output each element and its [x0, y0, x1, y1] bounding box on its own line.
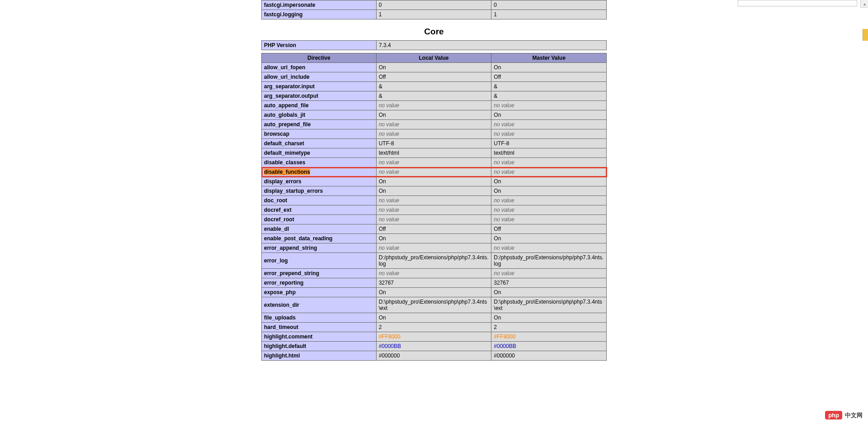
local-value: On	[376, 186, 491, 196]
table-row: fastcgi.impersonate00	[262, 0, 607, 10]
value-text: no value	[494, 159, 514, 166]
master-value: On	[491, 63, 607, 72]
table-row: highlight.html#000000#000000	[262, 351, 607, 361]
table-row: error_append_stringno valueno value	[262, 243, 607, 253]
directive-name: arg_separator.output	[262, 91, 377, 101]
directive-name: auto_append_file	[262, 101, 377, 110]
value-text: Off	[494, 226, 501, 232]
master-value: On	[491, 288, 607, 297]
value-text: UTF-8	[379, 140, 394, 147]
value-text: On	[494, 235, 501, 242]
directive-name: doc_root	[262, 196, 377, 205]
table-row: browscapno valueno value	[262, 129, 607, 139]
master-value: no value	[491, 129, 607, 139]
local-value: 32767	[376, 278, 491, 288]
local-value: no value	[376, 101, 491, 110]
value-text: no value	[379, 216, 399, 223]
master-value: On	[491, 177, 607, 186]
value-text: no value	[494, 197, 514, 204]
table-row: arg_separator.output&&	[262, 91, 607, 101]
value-text: #FF8000	[494, 333, 515, 340]
master-value: 0	[491, 0, 607, 10]
value-text: On	[379, 112, 386, 118]
local-value: D:\phpstudy_pro\Extensions\php\php7.3.4n…	[376, 297, 491, 313]
table-row: doc_rootno valueno value	[262, 196, 607, 205]
table-row: enable_post_data_readingOnOn	[262, 234, 607, 243]
local-value: On	[376, 110, 491, 120]
value-text: D:/phpstudy_pro/Extensions/php/php7.3.4n…	[379, 254, 489, 267]
value-text: no value	[494, 270, 514, 276]
master-value: On	[491, 110, 607, 120]
value-text: On	[494, 112, 501, 118]
directive-name: docref_root	[262, 215, 377, 224]
table-row: default_mimetypetext/htmltext/html	[262, 148, 607, 158]
value-text: Off	[494, 74, 501, 80]
value-text: #0000BB	[379, 343, 401, 349]
local-value: &	[376, 91, 491, 101]
highlighted-text: disable_functions	[264, 169, 310, 175]
php-version-value: 7.3.4	[377, 41, 607, 50]
master-value: no value	[491, 243, 607, 253]
sidebar-handle[interactable]	[863, 29, 868, 41]
scrollbar-up-button[interactable]: ▴	[860, 0, 868, 8]
value-text: no value	[494, 245, 514, 251]
local-value: Off	[376, 224, 491, 234]
table-row: allow_url_fopenOnOn	[262, 63, 607, 72]
local-value: Off	[376, 72, 491, 82]
value-text: On	[494, 289, 501, 295]
master-value: On	[491, 313, 607, 323]
value-text: On	[379, 178, 386, 185]
directive-name: highlight.default	[262, 342, 377, 351]
local-value: #000000	[376, 351, 491, 361]
local-value: On	[376, 63, 491, 72]
value-text: no value	[494, 131, 514, 137]
local-value: no value	[376, 269, 491, 278]
value-text: 2	[494, 324, 497, 330]
value-text: no value	[379, 102, 399, 109]
master-value: no value	[491, 196, 607, 205]
directive-name: expose_php	[262, 288, 377, 297]
header-directive: Directive	[262, 53, 377, 63]
table-row: allow_url_includeOffOff	[262, 72, 607, 82]
value-text: #FF8000	[379, 333, 401, 340]
table-row: error_reporting3276732767	[262, 278, 607, 288]
value-text: On	[379, 289, 386, 295]
directive-name: enable_post_data_reading	[262, 234, 377, 243]
table-row: disable_classesno valueno value	[262, 158, 607, 167]
value-text: no value	[494, 121, 514, 128]
table-row: docref_extno valueno value	[262, 205, 607, 215]
local-value: no value	[376, 120, 491, 129]
local-value: no value	[376, 129, 491, 139]
master-value: UTF-8	[491, 139, 607, 148]
master-value: no value	[491, 269, 607, 278]
value-text: 32767	[494, 280, 509, 286]
master-value: no value	[491, 205, 607, 215]
table-row: auto_prepend_fileno valueno value	[262, 120, 607, 129]
value-text: #000000	[494, 353, 515, 359]
master-value: D:/phpstudy_pro/Extensions/php/php7.3.4n…	[491, 253, 607, 269]
local-value: no value	[376, 196, 491, 205]
directive-name: auto_prepend_file	[262, 120, 377, 129]
value-text: On	[494, 64, 501, 71]
master-value: 1	[491, 10, 607, 19]
table-row: default_charsetUTF-8UTF-8	[262, 139, 607, 148]
value-text: no value	[494, 207, 514, 213]
value-text: On	[494, 188, 501, 194]
value-text: text/html	[379, 150, 399, 156]
directive-name: display_errors	[262, 177, 377, 186]
directive-name: file_uploads	[262, 313, 377, 323]
master-value: no value	[491, 215, 607, 224]
value-text: no value	[379, 197, 399, 204]
local-value: On	[376, 177, 491, 186]
directive-name: allow_url_include	[262, 72, 377, 82]
directive-name: fastcgi.logging	[262, 10, 377, 19]
directive-name: error_log	[262, 253, 377, 269]
table-row: display_startup_errorsOnOn	[262, 186, 607, 196]
master-value: &	[491, 91, 607, 101]
directive-name: disable_classes	[262, 158, 377, 167]
master-value: On	[491, 186, 607, 196]
local-value: 0	[376, 0, 491, 10]
table-row: extension_dirD:\phpstudy_pro\Extensions\…	[262, 297, 607, 313]
value-text: no value	[494, 216, 514, 223]
value-text: &	[379, 93, 382, 99]
